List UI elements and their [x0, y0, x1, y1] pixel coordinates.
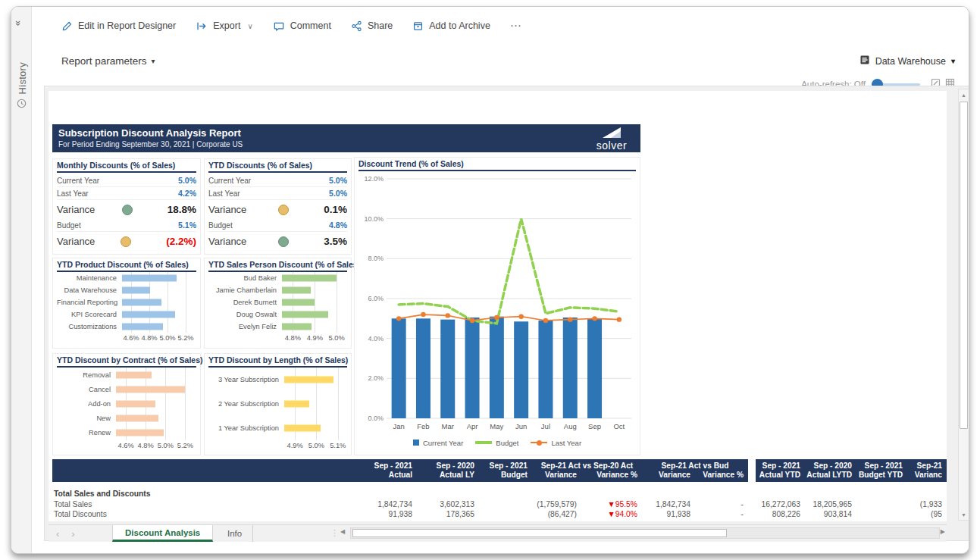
scroll-right-icon[interactable]: ▶ [941, 528, 945, 535]
trend-bar[interactable] [416, 318, 431, 418]
bar[interactable] [282, 299, 315, 306]
bar[interactable] [122, 324, 163, 330]
table-row[interactable]: Total Sales1,842,7343,602,313(1,759,579)… [52, 500, 947, 511]
bar[interactable] [122, 275, 177, 282]
bar[interactable] [284, 425, 321, 432]
prev-sheet-icon[interactable]: ‹ [56, 528, 59, 540]
svg-text:0.0%: 0.0% [368, 415, 384, 422]
x-tick-label: 5.0% [329, 334, 345, 342]
horizontal-scrollbar[interactable] [350, 527, 940, 539]
edit-in-report-designer-button[interactable]: Edit in Report Designer [61, 20, 176, 32]
bar-label: 3 Year Subscription [208, 376, 284, 383]
bar[interactable] [116, 415, 158, 422]
expand-panel-icon[interactable]: » [13, 20, 24, 26]
legend-swatch [475, 441, 492, 444]
header-line1: Sep - 2021 [756, 459, 805, 470]
bar[interactable] [116, 430, 164, 436]
report-parameters-dropdown[interactable]: Report parameters ▾ [61, 55, 155, 67]
bar-row: Evelyn Feliz [208, 321, 347, 333]
tab-info[interactable]: Info [217, 525, 253, 542]
chevron-down-icon: ▾ [951, 57, 955, 65]
share-button[interactable]: Share [351, 20, 393, 32]
kpi-value: 0.1% [324, 204, 347, 215]
kpi-value: 5.0% [329, 176, 347, 185]
bar[interactable] [122, 299, 161, 306]
scroll-up-icon[interactable]: ▲ [959, 89, 969, 100]
trend-bar[interactable] [392, 318, 406, 418]
export-button[interactable]: Export ∨ [196, 20, 252, 32]
table-cell: 1,842,734 [642, 500, 695, 511]
x-tick-label: 4.8% [138, 442, 154, 449]
bar-row: Cancel [57, 382, 196, 396]
data-source-dropdown[interactable]: Data Warehouse ▾ [859, 55, 955, 67]
tab-discount-analysis[interactable]: Discount Analysis [112, 525, 213, 542]
app-window: » History Edit in Report Designer Export… [11, 6, 969, 554]
table-cell [695, 490, 748, 500]
header-line2: Budget YTD [856, 470, 907, 479]
bar-track [122, 308, 196, 321]
trend-bar[interactable] [465, 318, 480, 418]
bar-label: Add-on [57, 400, 116, 408]
trend-bar[interactable] [538, 321, 553, 418]
bar-row: 1 Year Subscription [208, 416, 347, 440]
kpi-label: Budget [57, 221, 178, 230]
trend-bar[interactable] [440, 320, 455, 418]
history-tab[interactable]: History [17, 49, 28, 95]
table-header: Sep - 2021ActualSep - 2020Actual LYSep -… [52, 459, 947, 482]
header-subcell: Variance % [581, 470, 642, 479]
legend-label: Last Year [551, 439, 581, 447]
table-cell: - [695, 500, 748, 511]
bar-track [282, 284, 347, 296]
bar[interactable] [116, 386, 185, 393]
x-tick-label: 5.2% [177, 442, 193, 449]
bar[interactable] [282, 275, 337, 282]
bar[interactable] [284, 377, 333, 383]
table-row[interactable]: Total Sales and Discounts [52, 490, 947, 500]
bar[interactable] [116, 400, 155, 407]
next-sheet-icon[interactable]: › [71, 528, 74, 540]
bar[interactable] [122, 311, 175, 318]
bar-row: Add-on [57, 396, 196, 411]
legend-swatch [413, 440, 419, 446]
legend-item: Current Year [413, 439, 463, 447]
bar-row: Data Warehouse [57, 284, 196, 296]
bar-track [116, 411, 196, 426]
bar-label: Jamie Chamberlain [208, 286, 282, 294]
bar-track [284, 368, 347, 392]
add-to-archive-button[interactable]: Add to Archive [412, 20, 490, 32]
row-label: Total Discounts [52, 510, 346, 521]
trend-marker [494, 315, 499, 320]
bar-track [122, 284, 196, 296]
header-line1: Sep-21 Act vs Bud [642, 459, 748, 470]
bar[interactable] [116, 371, 152, 378]
svg-text:6.0%: 6.0% [368, 295, 384, 302]
bar[interactable] [122, 287, 150, 294]
trend-marker [592, 316, 596, 321]
table-row[interactable]: Total Discounts91,938178,365(86,427)▼94.… [52, 510, 947, 521]
trend-bar[interactable] [490, 317, 504, 418]
bar[interactable] [282, 311, 328, 318]
trend-line-budget [399, 219, 619, 324]
bar[interactable] [284, 401, 309, 408]
vertical-scrollbar[interactable]: ▲ ▼ [958, 89, 969, 521]
bar[interactable] [282, 324, 312, 330]
bar-track [282, 308, 347, 321]
vertical-scrollbar-thumb[interactable] [960, 102, 968, 429]
scroll-left-icon[interactable]: ◀ [340, 528, 345, 535]
more-actions-button[interactable]: ⋯ [510, 19, 522, 33]
trend-bar[interactable] [514, 321, 528, 418]
trend-bar[interactable] [587, 318, 602, 418]
svg-text:Oct: Oct [613, 422, 625, 430]
splitter-dots-icon[interactable]: ⋮ [330, 528, 339, 538]
toolbar: Edit in Report Designer Export ∨ Comment… [61, 17, 522, 34]
scroll-down-icon[interactable]: ▼ [959, 509, 969, 520]
share-icon [351, 20, 362, 32]
report-title: Subscription Discount Analysis Report [58, 127, 634, 139]
export-icon [196, 20, 208, 32]
horizontal-scrollbar-thumb[interactable] [352, 529, 727, 537]
report-parameters-label: Report parameters [61, 55, 147, 67]
trend-bar[interactable] [563, 318, 578, 418]
chart-title: YTD Discount by Length (% of Sales) [208, 355, 347, 368]
comment-button[interactable]: Comment [273, 20, 331, 32]
bar[interactable] [282, 287, 311, 294]
